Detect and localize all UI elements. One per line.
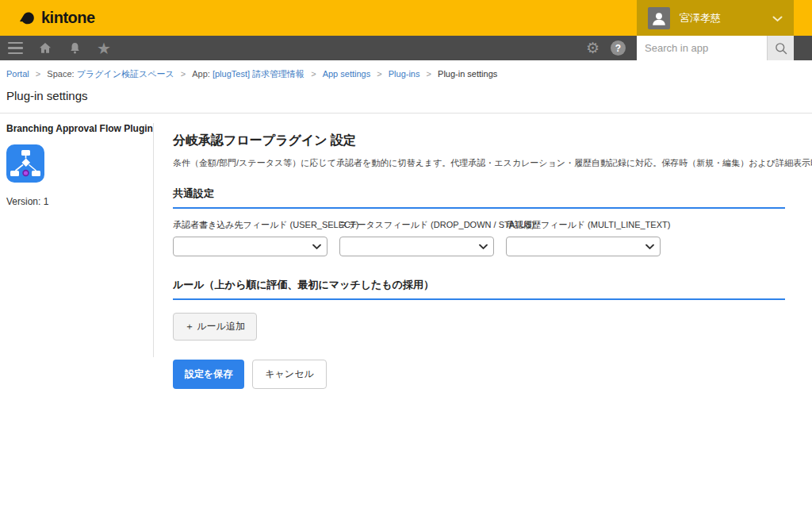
page-title: Plug-in settings [0,80,812,113]
kintone-logo[interactable]: kintone [17,9,95,28]
settings-gear-icon[interactable]: ⚙ [586,36,599,60]
breadcrumb-current: Plug-in settings [438,69,497,79]
breadcrumb-portal[interactable]: Portal [6,69,29,79]
search-icon [774,41,788,56]
cancel-button[interactable]: キャンセル [252,360,326,389]
header-bar: kintone 宮澤孝慈 [0,0,812,36]
favorites-star-icon[interactable]: ★ [97,36,111,60]
logo-text: kintone [41,9,95,27]
rules-heading: ルール（上から順に評価、最初にマッチしたもの採用） [173,278,785,300]
search-button[interactable] [767,36,794,60]
search-input[interactable] [637,42,767,54]
user-menu[interactable]: 宮澤孝慈 [637,0,794,36]
breadcrumb-app-settings[interactable]: App settings [323,69,371,79]
plugin-name: Branching Approval Flow Plugin [6,123,153,134]
plugin-settings-form: 分岐承認フロープラグイン 設定 条件（金額/部門/ステータス等）に応じて承認者を… [173,123,785,389]
toolbar-right: ⚙ ? [586,36,812,60]
add-rule-button[interactable]: ＋ ルール追加 [173,313,257,341]
breadcrumb: Portal > Space: プラグイン検証スペース > App: [plug… [0,60,812,80]
status-field-group: ステータスフィールド (DROP_DOWN / STATUS) [339,219,494,256]
common-settings-fields: 承認者書き込み先フィールド (USER_SELECT) ステータスフィールド (… [173,219,785,256]
status-field-select[interactable] [339,237,494,256]
approver-field-group: 承認者書き込み先フィールド (USER_SELECT) [173,219,327,256]
plugin-version: Version: 1 [6,196,153,207]
breadcrumb-app[interactable]: [plugTest] 請求管理情報 [213,69,304,79]
kintone-bird-icon [17,9,36,28]
breadcrumb-space[interactable]: プラグイン検証スペース [77,69,174,79]
breadcrumb-plugins[interactable]: Plug-ins [389,69,420,79]
history-field-label: 承認履歴フィールド (MULTI_LINE_TEXT) [506,219,661,231]
common-settings-heading: 共通設定 [173,187,785,209]
plugin-settings-title: 分岐承認フロープラグイン 設定 [173,133,785,149]
approver-field-label: 承認者書き込み先フィールド (USER_SELECT) [173,219,327,231]
plugin-flowchart-icon [6,144,44,183]
plugin-sidebar: Branching Approval Flow Plugin Version: … [6,123,153,207]
chevron-down-icon [772,11,783,25]
approver-field-select[interactable] [173,237,327,256]
user-avatar-icon [648,7,670,29]
notifications-bell-icon[interactable] [67,36,82,60]
home-icon[interactable] [37,36,53,60]
help-icon[interactable]: ? [611,36,626,60]
user-name: 宮澤孝慈 [680,11,769,25]
toolbar: ★ ⚙ ? [0,36,812,60]
plugin-description: 条件（金額/部門/ステータス等）に応じて承認者を動的に切替えます。代理承認・エス… [173,157,785,169]
toolbar-left: ★ [8,36,111,60]
menu-icon[interactable] [8,42,23,55]
history-field-group: 承認履歴フィールド (MULTI_LINE_TEXT) [506,219,661,256]
app-search [637,36,767,60]
history-field-select[interactable] [506,237,661,256]
content-area: Branching Approval Flow Plugin Version: … [0,114,812,389]
save-settings-button[interactable]: 設定を保存 [173,360,244,389]
sidebar-divider [153,123,154,357]
status-field-label: ステータスフィールド (DROP_DOWN / STATUS) [339,219,494,231]
form-actions: 設定を保存 キャンセル [173,360,785,389]
